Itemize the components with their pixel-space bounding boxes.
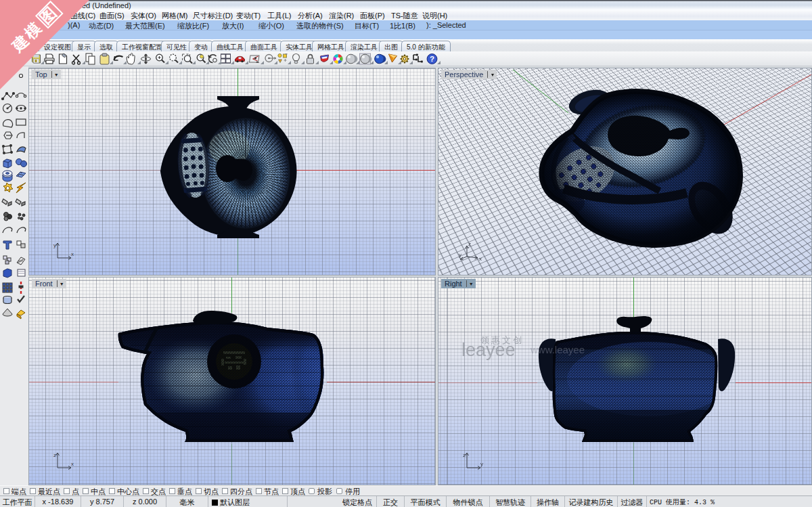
svg-text:z: z (468, 241, 471, 247)
svg-text:x: x (71, 251, 74, 257)
svg-text:x: x (71, 461, 74, 467)
svg-text:y: y (459, 252, 461, 258)
svg-text:y: y (53, 242, 56, 248)
svg-text:?: ? (430, 55, 434, 63)
svg-text:x: x (479, 256, 482, 262)
svg-text:y: y (480, 461, 483, 467)
svg-text:z: z (53, 452, 56, 458)
svg-text:z: z (463, 452, 466, 458)
